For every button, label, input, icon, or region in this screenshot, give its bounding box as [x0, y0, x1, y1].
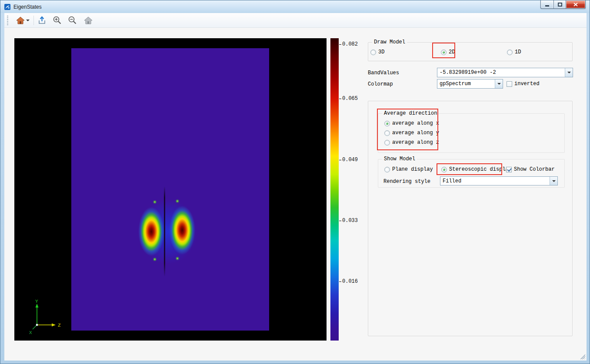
radio-plane-display[interactable]: Plane display	[384, 166, 433, 172]
resize-grip[interactable]	[580, 354, 585, 359]
group-draw-model: Draw Model 3D 2D 1D	[368, 42, 573, 61]
window-controls	[540, 0, 586, 9]
close-button[interactable]	[566, 0, 586, 9]
highlight-2d	[432, 43, 455, 58]
close-icon	[573, 3, 578, 7]
show-model-legend: Show Model	[382, 156, 417, 162]
colorbar	[330, 38, 339, 341]
colorbar-tick-label: 0.049	[342, 157, 358, 163]
show-colorbar-checkbox[interactable]: Show Colorbar	[506, 166, 555, 172]
radio-icon	[507, 50, 513, 55]
plot-viewport[interactable]: Y Z X	[14, 38, 327, 341]
colormap-value: gpSpectrum	[440, 81, 471, 87]
dropdown-caret-icon	[26, 20, 30, 23]
density-speck	[153, 258, 157, 261]
highlight-average-direction	[377, 109, 438, 150]
tick-mark	[339, 99, 341, 99]
density-speck	[176, 257, 179, 260]
titlebar[interactable]: EigenStates	[0, 0, 590, 13]
colorbar-tick: 0.016	[339, 279, 358, 284]
radio-plane-display-label: Plane display	[392, 166, 433, 172]
rendering-style-label: Rendering style	[383, 179, 430, 185]
app-window: EigenStates	[0, 0, 590, 364]
dropdown-arrow-icon	[550, 177, 557, 185]
axis-x-label: X	[29, 330, 32, 335]
maximize-icon	[558, 3, 562, 7]
maximize-button[interactable]	[553, 0, 566, 9]
nav-home-button[interactable]	[14, 15, 31, 26]
radio-3d[interactable]: 3D	[370, 49, 384, 55]
tick-mark	[339, 281, 341, 282]
density-lobe-right	[167, 202, 197, 258]
zoom-out-icon	[68, 16, 77, 25]
minimize-icon	[545, 5, 549, 7]
minimize-button[interactable]	[540, 0, 553, 9]
colorbar-tick-label: 0.082	[342, 41, 358, 47]
draw-model-legend: Draw Model	[372, 39, 407, 45]
density-field	[71, 48, 269, 331]
radio-1d[interactable]: 1D	[507, 49, 521, 55]
checkbox-icon	[507, 81, 512, 87]
window-title: EigenStates	[13, 4, 42, 10]
colorbar-tick-label: 0.033	[342, 218, 358, 224]
colormap-label: Colormap	[368, 81, 393, 87]
view-home-button[interactable]	[82, 15, 94, 26]
colorbar-tick: 0.049	[339, 157, 358, 162]
radio-3d-label: 3D	[378, 49, 384, 55]
radio-icon	[370, 50, 376, 55]
density-lobe-left	[137, 204, 166, 259]
density-speck	[153, 200, 157, 204]
bandvalues-label: BandValues	[368, 70, 399, 76]
rendering-style-select[interactable]: Filled	[440, 176, 558, 185]
zoom-in-icon	[53, 16, 62, 25]
dropdown-arrow-icon	[495, 79, 503, 88]
tick-mark	[339, 221, 341, 221]
colorbar-tick-label: 0.065	[342, 96, 358, 102]
colorbar-tick-label: 0.016	[342, 278, 358, 285]
bandvalues-value: -5.83298919e+00 -2	[440, 69, 496, 76]
export-button[interactable]	[36, 15, 48, 26]
colorbar-tick: 0.033	[339, 218, 358, 223]
checkbox-icon	[506, 167, 512, 172]
export-icon	[38, 16, 47, 24]
tick-mark	[339, 44, 341, 45]
toolbar	[4, 13, 587, 28]
axis-triad: Y Z X	[27, 298, 66, 339]
nodal-line	[164, 186, 165, 277]
rendering-style-value: Filled	[443, 178, 461, 184]
view-home-icon	[84, 17, 93, 24]
tick-mark	[339, 160, 341, 160]
highlight-stereoscopic	[437, 163, 502, 175]
inverted-label: inverted	[514, 81, 540, 87]
show-colorbar-label: Show Colorbar	[514, 166, 555, 172]
axis-y-label: Y	[35, 299, 38, 304]
toolbar-grip[interactable]	[7, 16, 8, 25]
density-speck	[176, 199, 179, 203]
axis-z-label: Z	[58, 323, 61, 328]
zoom-out-button[interactable]	[66, 14, 79, 26]
radio-icon	[384, 167, 390, 172]
colorbar-tick: 0.065	[339, 96, 358, 101]
app-icon	[4, 3, 11, 10]
home-icon	[16, 17, 25, 24]
bandvalues-select[interactable]: -5.83298919e+00 -2	[437, 68, 573, 77]
radio-1d-label: 1D	[515, 49, 521, 55]
dropdown-arrow-icon	[565, 68, 573, 77]
zoom-in-button[interactable]	[51, 14, 63, 26]
inverted-checkbox[interactable]: inverted	[507, 81, 540, 87]
colormap-select[interactable]: gpSpectrum	[437, 79, 503, 89]
toolbar-separator	[33, 16, 34, 25]
colorbar-tick: 0.082	[339, 42, 358, 47]
